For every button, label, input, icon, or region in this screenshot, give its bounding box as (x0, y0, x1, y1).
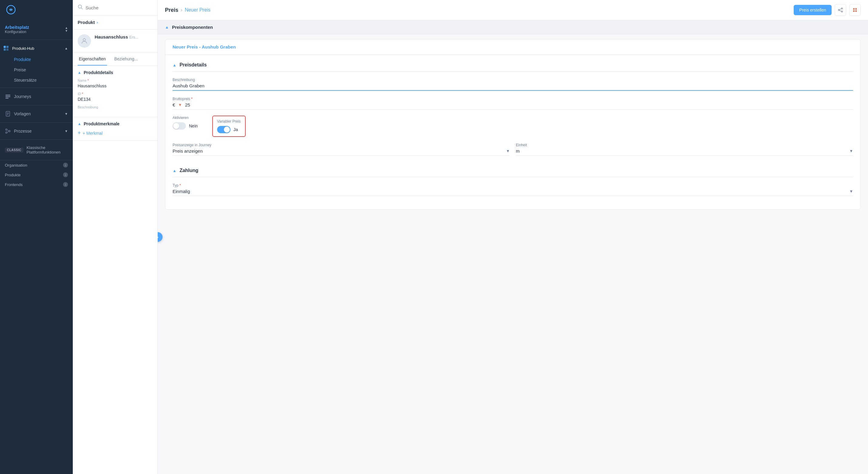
sidebar-item-steuersaetze[interactable]: Steuersätze (0, 75, 73, 85)
breadcrumb-produkt: Produkt (78, 20, 95, 25)
sidebar-logo (0, 0, 73, 20)
sidebar-frontends[interactable]: Frontends i (0, 180, 73, 189)
journeys-section: Journeys (0, 88, 73, 105)
svg-line-15 (7, 130, 9, 131)
sidebar-bottom: Organisation i Produkte i Frontends i (0, 160, 73, 474)
aktivieren-label: Aktivieren (173, 116, 198, 120)
svg-rect-7 (5, 98, 8, 99)
vorlagen-icon (5, 111, 11, 117)
right-header-separator: › (181, 7, 182, 13)
variabler-preis-toggle-wrapper: Ja (217, 126, 241, 133)
produkte-info-icon: i (63, 172, 68, 177)
currency-amount[interactable]: 25 (185, 102, 190, 108)
zahlung-chevron-icon: ▲ (173, 169, 177, 173)
einheit-dropdown[interactable]: m ▼ (516, 148, 853, 156)
aktivieren-toggle-knob (173, 123, 179, 129)
svg-line-24 (839, 10, 841, 11)
preis-erstellen-button[interactable]: Preis erstellen (794, 5, 832, 15)
search-bar (73, 0, 157, 16)
add-merkmal-btn[interactable]: + + Merkmal (78, 130, 153, 136)
sidebar-item-produkte[interactable]: Produkte (0, 54, 73, 65)
sidebar: Arbeitsplatz Konfiguration ▲ ▼ Produkt-H… (0, 0, 73, 474)
svg-rect-25 (853, 8, 855, 10)
einheit-label: Einheit (516, 143, 853, 147)
variabler-preis-toggle-knob (224, 126, 230, 132)
prozesse-icon (5, 128, 11, 134)
beschreibung-form-field: Beschreibung Aushub Graben (173, 78, 853, 91)
bruttopreis-form-label: Bruttopreis (173, 97, 853, 101)
prozesse-item[interactable]: Prozesse ▼ (0, 125, 73, 137)
beschreibung-form-value[interactable]: Aushub Graben (173, 83, 853, 91)
frontends-info-icon: i (63, 182, 68, 187)
tab-eigenschaften[interactable]: Eigenschaften (78, 53, 107, 65)
svg-rect-3 (4, 49, 6, 51)
sidebar-item-preise[interactable]: Preise (0, 65, 73, 75)
svg-rect-5 (5, 95, 10, 96)
svg-rect-4 (6, 49, 8, 51)
right-header-title: Preis (165, 7, 178, 13)
journeys-icon (5, 93, 11, 99)
preiskomponenten-bar: ▲ Preiskomponenten (158, 20, 868, 34)
zahlung-section-header: ▲ Zahlung (173, 168, 853, 177)
arbeitsplatz-label: Arbeitsplatz (5, 25, 62, 30)
journeys-item[interactable]: Journeys (0, 90, 73, 102)
arbeitsplatz-section: Arbeitsplatz Konfiguration ▲ ▼ (0, 20, 73, 40)
svg-point-19 (83, 38, 86, 41)
vorlagen-item[interactable]: Vorlagen ▼ (0, 108, 73, 120)
grid-view-button[interactable] (849, 4, 861, 16)
typ-dropdown[interactable]: Einmalig ▼ (173, 189, 853, 196)
svg-rect-9 (7, 113, 9, 113)
share-button[interactable] (835, 4, 846, 16)
typ-label: Typ (173, 183, 853, 187)
svg-rect-28 (855, 10, 857, 12)
svg-line-16 (7, 131, 9, 132)
einheit-value: m (516, 148, 520, 153)
currency-dropdown-arrow-icon: ▼ (178, 102, 182, 107)
price-card-header: Neuer Preis - Aushub Graben (165, 39, 860, 55)
preisanzeige-label: Preisanzeige in Journey (173, 143, 510, 147)
product-card: Hausanschluss Ers... (73, 29, 157, 53)
vorlagen-chevron: ▼ (65, 112, 68, 116)
beschreibung-field-row: Beschreibung (78, 105, 153, 109)
arbeitsplatz-item[interactable]: Arbeitsplatz Konfiguration ▲ ▼ (0, 22, 73, 37)
preisdetails-title: Preisdetails (180, 62, 207, 68)
middle-panel: Produkt › Hausanschluss Ers... Eigenscha… (73, 0, 158, 474)
svg-rect-1 (4, 46, 6, 48)
prozesse-chevron: ▼ (65, 129, 68, 133)
tab-beziehung[interactable]: Beziehung... (113, 53, 139, 65)
preiskomponenten-chevron-icon: ▲ (165, 25, 169, 29)
preisanzeige-dropdown[interactable]: Preis anzeigen ▼ (173, 148, 510, 156)
svg-rect-11 (7, 114, 8, 115)
classic-item[interactable]: CLASSIC Klassische Plattformfunktionen (0, 142, 73, 157)
vorlagen-label: Vorlagen (14, 111, 31, 116)
breadcrumb-arrow-icon: › (97, 20, 98, 25)
grid-icon (852, 8, 857, 12)
currency-symbol: € (173, 102, 175, 108)
svg-rect-27 (853, 10, 855, 12)
preisanzeige-einheit-grid: Preisanzeige in Journey Preis anzeigen ▼… (173, 143, 853, 162)
produktdetails-header: ▲ Produktdetails (78, 70, 153, 75)
einheit-field: Einheit m ▼ (516, 143, 853, 156)
svg-rect-2 (6, 46, 8, 48)
price-card-title: Neuer Preis - Aushub Graben (173, 44, 236, 50)
produkt-hub-label: Produkt-Hub (12, 46, 34, 51)
preisanzeige-dropdown-arrow-icon: ▼ (506, 149, 510, 153)
variabler-preis-toggle[interactable] (217, 126, 230, 133)
svg-point-14 (6, 132, 7, 134)
classic-section: CLASSIC Klassische Plattformfunktionen (0, 140, 73, 160)
organisation-info-icon: i (63, 162, 68, 168)
id-label: ID (78, 92, 153, 96)
product-avatar (78, 34, 91, 48)
product-name: Hausanschluss Ers... (95, 34, 153, 39)
app-logo-icon (6, 5, 16, 14)
right-header: Preis › Neuer Preis Preis erstellen (158, 0, 868, 20)
einheit-dropdown-arrow-icon: ▼ (849, 149, 853, 153)
prozesse-label: Prozesse (14, 129, 32, 134)
search-input[interactable] (86, 5, 153, 10)
sidebar-organisation[interactable]: Organisation i (0, 160, 73, 170)
sidebar-produkte-classic[interactable]: Produkte i (0, 170, 73, 180)
aktivieren-toggle[interactable] (173, 122, 186, 129)
produkt-hub-item[interactable]: Produkt-Hub ▲ (0, 42, 73, 54)
currency-dropdown[interactable]: ▼ (178, 102, 182, 107)
id-field-row: ID DE134 (78, 92, 153, 102)
